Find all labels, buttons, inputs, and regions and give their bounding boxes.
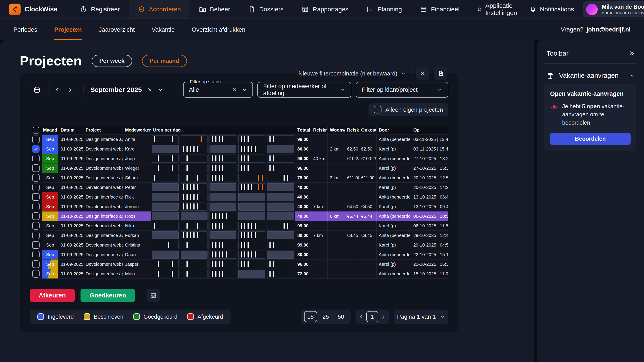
nav-item-financieel[interactable]: Financieel [411,0,468,18]
column-header[interactable]: Totaal [295,126,311,135]
table-row[interactable]: Sep01-09-2025Design interface applicatie… [30,154,448,164]
hours-sparkline-cell [266,240,295,250]
chevron-left-icon[interactable] [359,314,364,319]
row-checkbox[interactable] [32,136,40,143]
employee-filter[interactable]: Filter op medewerker of afdeling [258,82,351,98]
user-menu[interactable]: Mila van de Boom domeinnaam.clockwise.in… [583,1,644,17]
page-size-15[interactable]: 15 [304,311,317,322]
row-checkbox[interactable] [32,193,40,201]
hour-bar [158,156,159,162]
chevron-right-icon[interactable] [380,314,386,319]
collapse-sidebar-icon[interactable] [628,50,635,57]
chevron-left-icon[interactable] [54,87,60,92]
page-indicator[interactable]: Pagina 1 van 1 [394,310,448,324]
nav-item-accorderen[interactable]: Accorderen [129,0,190,18]
nav-item-beheer[interactable]: Beheer [190,0,239,18]
row-checkbox[interactable] [32,260,40,268]
table-row[interactable]: Sep01-09-2025Development website en appP… [30,183,448,192]
chevron-right-icon[interactable] [68,87,73,92]
archive-button[interactable] [147,289,160,302]
nav-item-planning[interactable]: Planning [357,0,411,18]
row-checkbox[interactable] [32,241,40,249]
row-checkbox[interactable] [32,203,40,210]
row-checkbox[interactable] [32,251,40,258]
table-row[interactable]: Sep01-09-2025Development website en appJ… [30,259,448,269]
reject-button[interactable]: Afkeuren [30,289,75,302]
table-row[interactable]: Sep01-10-2025Design interface applicatie… [30,211,448,221]
page-size-25[interactable]: 25 [319,311,332,322]
column-header[interactable]: Medewerker [123,126,151,135]
column-header[interactable]: Uren per dag [151,126,295,135]
table-row[interactable]: Sep01-09-2025Design interface applicatie… [30,192,448,202]
clear-filter-button[interactable] [416,67,429,80]
tab-overzicht-afdrukken[interactable]: Overzicht afdrukken [192,19,245,40]
clockwise-logo-icon[interactable] [9,3,20,15]
table-row[interactable]: Sep01-09-2025Development website en appK… [30,144,448,154]
own-projects-checkbox[interactable] [374,106,382,113]
tab-jaaroverzicht[interactable]: Jaaroverzicht [99,19,135,40]
status-filter[interactable]: Filter op status Alle [183,82,253,98]
column-header[interactable]: Woonw. [328,126,345,135]
table-row[interactable]: Sep01-09-2025Design interface applicatie… [30,173,448,183]
gear-icon [478,5,482,13]
table-row[interactable]: Sep01-09-2025Development website en appJ… [30,202,448,211]
sparkline [181,174,208,182]
table-row[interactable]: Sep01-09-2025Design interface applicatie… [30,231,448,240]
column-header[interactable]: Onkost. [359,126,376,135]
calendar-button[interactable] [30,83,44,97]
row-checkbox[interactable] [32,212,40,220]
tab-periodes[interactable]: Periodes [14,19,37,40]
current-page[interactable]: 1 [366,311,378,322]
table-cell: 27-10-2025 | 18:23 [411,154,448,164]
close-icon[interactable] [147,87,152,92]
client-project-filter[interactable]: Filter op klant/project [356,82,448,98]
row-checkbox[interactable] [32,222,40,230]
notifications-button[interactable]: Notifications [529,6,574,13]
row-checkbox[interactable] [32,183,40,191]
tab-projecten[interactable]: Projecten [54,19,82,40]
month-select[interactable]: September 2025 [84,83,170,97]
row-checkbox[interactable] [32,232,40,239]
row-checkbox[interactable] [32,164,40,172]
column-header[interactable]: Datum [58,126,84,135]
table-row[interactable]: Sep01-09-2025Development website en appC… [30,240,448,250]
column-header[interactable]: Project [84,126,123,135]
approve-button[interactable]: Goedkeuren [80,289,135,302]
vacation-requests-section[interactable]: Vakantie-aanvragen [544,64,637,84]
row-checkbox[interactable] [32,174,40,181]
row-checkbox[interactable] [32,155,40,162]
table-cell: 96.00 [295,259,311,269]
column-header[interactable]: Op [411,126,448,135]
help-email[interactable]: john@bedrijf.nl [586,26,630,33]
row-checkbox[interactable] [33,127,39,134]
folder-gear-icon [199,5,206,13]
row-checkbox[interactable] [32,270,40,278]
filter-combination-select[interactable]: Nieuwe filtercombinatie (niet bewaard) [298,70,406,77]
table-row[interactable]: Sep01-09-2025Design interface applicatie… [30,135,448,144]
review-button[interactable]: Beoordelen [550,133,630,145]
table-row[interactable]: Sep01-10-2025Development website en appN… [30,221,448,231]
hours-sparkline-cell [238,192,266,202]
column-header[interactable]: Reiskm. [311,126,328,135]
sparkline [238,183,265,191]
save-filter-button[interactable] [434,67,447,80]
column-header[interactable]: Maand [42,126,58,135]
per-maand-toggle[interactable]: Per maand [142,55,187,67]
nav-item-applicatie-instellingen[interactable]: Applicatie Instellingen [468,0,529,18]
chevron-up-icon[interactable] [629,73,635,78]
column-header[interactable]: Reisk. [345,126,359,135]
page-size-50[interactable]: 50 [334,311,348,322]
tab-vakantie[interactable]: Vakantie [152,19,175,40]
table-row[interactable]: Sep01-09-2025Design interface applicatie… [30,269,448,279]
nav-item-dossiers[interactable]: Dossiers [239,0,292,18]
row-checkbox[interactable] [32,145,40,153]
per-week-toggle[interactable]: Per week [92,55,132,67]
column-header[interactable]: Door [376,126,411,135]
own-projects-toggle[interactable]: Alleen eigen projecten [368,103,448,116]
table-row[interactable]: Sep01-09-2025Development website en appW… [30,164,448,173]
nav-item-rapportages[interactable]: Rapportages [292,0,357,18]
close-icon[interactable] [232,87,237,92]
nav-item-registreer[interactable]: Registreer [71,0,128,18]
table-row[interactable]: Sep01-09-2025Design interface applicatie… [30,250,448,259]
hours-sparkline-cell [209,259,238,269]
